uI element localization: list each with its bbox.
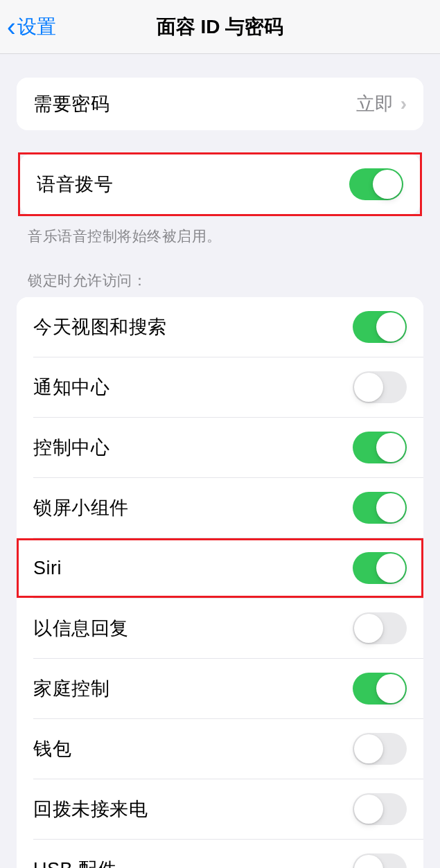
lock-access-header: 锁定时允许访问： [0,246,440,297]
lock-access-label: 回拨未接来电 [33,797,148,822]
lock-access-toggle[interactable] [353,733,407,765]
lock-access-row: 钱包 [17,719,423,779]
lock-access-label: Siri [33,558,62,579]
lock-access-row: USB 配件 [17,840,423,868]
require-passcode-value: 立即 [356,91,394,116]
require-passcode-row[interactable]: 需要密码 立即 › [17,78,423,130]
chevron-left-icon: ‹ [7,14,16,40]
lock-access-toggle[interactable] [353,853,407,868]
lock-access-toggle[interactable] [353,432,407,463]
voice-dial-footer: 音乐语音控制将始终被启用。 [0,218,440,246]
lock-access-row: 通知中心 [17,357,423,417]
lock-access-row: 以信息回复 [17,599,423,658]
lock-access-toggle[interactable] [353,311,407,343]
lock-access-label: 今天视图和搜索 [33,315,167,339]
lock-access-label: 锁屏小组件 [33,495,129,520]
lock-access-toggle[interactable] [353,552,407,584]
lock-access-toggle[interactable] [353,371,407,403]
lock-access-group: 今天视图和搜索通知中心控制中心锁屏小组件Siri以信息回复家庭控制钱包回拨未接来… [17,297,423,868]
lock-access-label: 钱包 [33,736,71,761]
lock-access-toggle[interactable] [353,673,407,705]
voice-dial-highlight: 语音拨号 [17,151,423,218]
lock-access-row: Siri [17,538,423,598]
chevron-right-icon: › [401,93,407,115]
lock-access-row: 今天视图和搜索 [17,297,423,357]
navigation-bar: ‹ 设置 面容 ID 与密码 [0,0,440,54]
lock-access-row: 回拨未接来电 [17,779,423,839]
lock-access-label: 通知中心 [33,375,109,400]
lock-access-label: USB 配件 [33,857,116,868]
lock-access-row: 控制中心 [17,418,423,477]
lock-access-toggle[interactable] [353,612,407,644]
lock-access-row: 家庭控制 [17,659,423,718]
back-label: 设置 [17,14,56,40]
back-button[interactable]: ‹ 设置 [0,14,56,40]
voice-dial-row: 语音拨号 [20,154,420,214]
voice-dial-label: 语音拨号 [37,172,113,197]
voice-dial-toggle[interactable] [349,168,403,200]
page-title: 面容 ID 与密码 [157,14,284,40]
lock-access-row: 锁屏小组件 [17,478,423,538]
require-passcode-group: 需要密码 立即 › [17,78,423,130]
lock-access-label: 以信息回复 [33,616,129,641]
lock-access-toggle[interactable] [353,793,407,825]
require-passcode-label: 需要密码 [33,91,109,116]
lock-access-toggle[interactable] [353,492,407,524]
lock-access-label: 控制中心 [33,435,109,460]
lock-access-label: 家庭控制 [33,676,109,701]
